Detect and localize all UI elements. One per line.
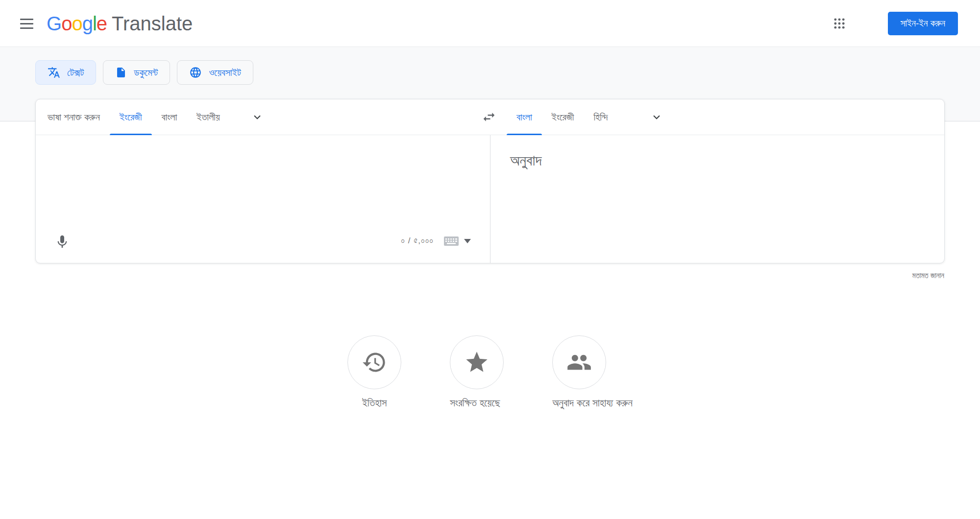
target-more-languages-button[interactable] (645, 105, 668, 129)
page-title: Translate (112, 13, 193, 35)
swap-languages-button[interactable] (477, 105, 501, 129)
translate-icon (48, 66, 60, 79)
source-tab-italian[interactable]: ইতালীয় (187, 99, 229, 135)
mode-tab-label: ডকুমেন্ট (134, 67, 158, 78)
translation-output-placeholder: অনুবাদ (510, 152, 541, 169)
input-tools: ০ / ৫,০০০ (401, 233, 473, 249)
target-panel: অনুবাদ (490, 135, 944, 263)
target-tab-hindi[interactable]: হিন্দি (584, 99, 617, 135)
target-tab-bangla[interactable]: বাংলা (507, 99, 542, 135)
source-more-languages-button[interactable] (245, 105, 269, 129)
source-language-tabs: ভাষা শনাক্ত করুন ইংরেজী বাংলা ইতালীয় (36, 99, 490, 135)
translate-card: ভাষা শনাক্ত করুন ইংরেজী বাংলা ইতালীয় বা… (35, 99, 945, 263)
keyboard-dropdown-icon (464, 239, 471, 243)
logo-google: Google (47, 13, 107, 35)
source-tab-bangla[interactable]: বাংলা (152, 99, 187, 135)
target-language-tabs: বাংলা ইংরেজী হিন্দি (490, 99, 944, 135)
document-icon (115, 67, 127, 78)
signin-button[interactable]: সাইন-ইন করুন (888, 12, 958, 35)
history-icon (362, 350, 387, 375)
globe-icon (189, 66, 202, 79)
mode-tab-label: ওয়েবসাইট (209, 67, 241, 78)
apps-grid-icon (833, 17, 846, 30)
contribute-icon (566, 350, 592, 375)
mode-tab-document[interactable]: ডকুমেন্ট (103, 60, 170, 85)
star-icon (464, 350, 490, 375)
mode-tab-text[interactable]: টেক্সট (35, 60, 96, 85)
history-shortcut[interactable]: ইতিহাস (347, 335, 401, 409)
send-feedback-link[interactable]: মতামত জানান (912, 271, 944, 280)
keyboard-icon (443, 235, 459, 247)
apps-grid-button[interactable] (828, 12, 851, 35)
chevron-down-icon (251, 111, 264, 123)
target-tab-english[interactable]: ইংরেজী (542, 99, 584, 135)
contribute-shortcut[interactable]: অনুবাদ করে সাহায্য করুন (552, 335, 632, 409)
mic-icon (54, 234, 70, 250)
shortcut-label: সংরক্ষিত হয়েছে (450, 397, 500, 409)
mode-tab-label: টেক্সট (67, 67, 84, 78)
chevron-down-icon (650, 111, 663, 123)
shortcut-label: অনুবাদ করে সাহায্য করুন (552, 397, 632, 409)
voice-input-button[interactable] (50, 230, 74, 254)
mode-tab-website[interactable]: ওয়েবসাইট (177, 60, 253, 85)
app-logo: Google Translate (47, 0, 193, 47)
menu-button[interactable] (15, 12, 38, 35)
char-counter: ০ / ৫,০০০ (401, 236, 434, 246)
keyboard-button[interactable] (441, 233, 473, 249)
feedback-row: মতামত জানান (0, 271, 944, 280)
app-header: Google Translate সাইন-ইন করুন (0, 0, 980, 47)
shortcut-label: ইতিহাস (362, 397, 387, 409)
menu-icon (20, 19, 33, 20)
shortcuts-row: ইতিহাস সংরক্ষিত হয়েছে অনুবাদ করে সাহায্… (0, 335, 980, 409)
swap-languages-icon (482, 110, 496, 124)
source-text-input[interactable] (36, 135, 490, 218)
language-tabs-row: ভাষা শনাক্ত করুন ইংরেজী বাংলা ইতালীয় বা… (36, 99, 944, 135)
source-panel: ০ / ৫,০০০ (36, 135, 490, 263)
source-tab-detect-language[interactable]: ভাষা শনাক্ত করুন (38, 99, 110, 135)
source-tab-english[interactable]: ইংরেজী (110, 99, 152, 135)
saved-shortcut[interactable]: সংরক্ষিত হয়েছে (450, 335, 504, 409)
translate-panels: ০ / ৫,০০০ অনুবাদ (36, 135, 944, 263)
